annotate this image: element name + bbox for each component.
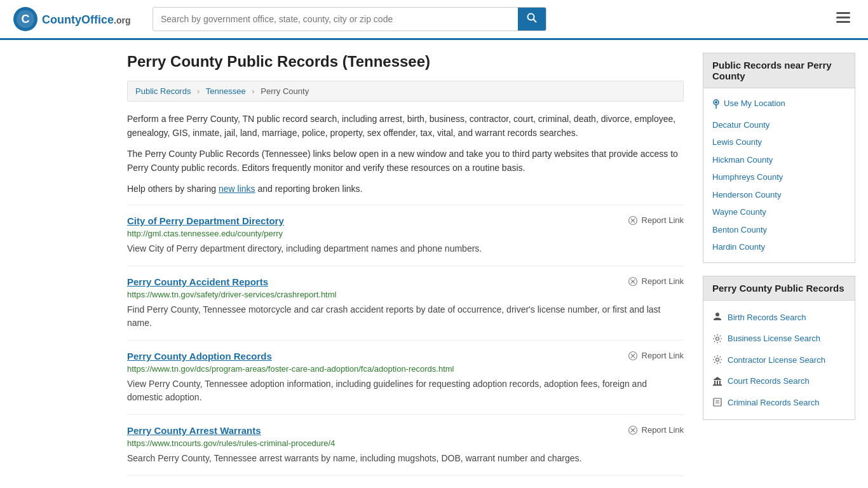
site-header: C CountyOffice.org	[0, 0, 868, 40]
svg-text:C: C	[22, 13, 30, 25]
use-my-location-link[interactable]: Use My Location	[712, 95, 846, 112]
logo-text: CountyOffice.org	[42, 12, 130, 27]
breadcrumb-sep-2: ›	[252, 86, 254, 96]
svg-point-23	[716, 337, 719, 340]
page-description: Perform a free Perry County, TN public r…	[127, 112, 684, 196]
record-header: Perry County Arrest Warrants Report Link	[127, 425, 684, 436]
svg-point-21	[715, 101, 717, 104]
search-input[interactable]	[153, 9, 518, 29]
perry-record-link[interactable]: Court Records Search	[728, 372, 810, 390]
nearby-county-link[interactable]: Hickman County	[712, 151, 846, 169]
description-para-2: The Perry County Public Records (Tenness…	[127, 147, 684, 175]
nearby-county-link[interactable]: Hardin County	[712, 238, 846, 256]
svg-rect-6	[836, 17, 850, 18]
record-header: Perry County Adoption Records Report Lin…	[127, 351, 684, 362]
perry-record-link[interactable]: Business License Search	[728, 330, 820, 348]
description-para-3: Help others by sharing new links and rep…	[127, 182, 684, 196]
breadcrumb: Public Records › Tennessee › Perry Count…	[127, 81, 684, 102]
svg-rect-25	[713, 384, 722, 386]
svg-rect-30	[714, 398, 721, 406]
svg-rect-7	[836, 21, 850, 23]
svg-point-24	[716, 358, 719, 362]
record-url[interactable]: https://www.tn.gov/safety/driver-service…	[127, 290, 684, 299]
perry-record-item: Birth Records Search	[712, 307, 846, 329]
logo-icon: C	[13, 6, 38, 32]
record-url[interactable]: https://www.tn.gov/dcs/program-areas/fos…	[127, 364, 684, 374]
report-link-button[interactable]: Report Link	[628, 215, 684, 226]
menu-button[interactable]	[831, 8, 855, 30]
nearby-county-link[interactable]: Humphreys County	[712, 168, 846, 186]
breadcrumb-link-tennessee[interactable]: Tennessee	[206, 86, 246, 96]
nearby-county-link[interactable]: Henderson County	[712, 186, 846, 204]
record-description: View City of Perry department directory,…	[127, 242, 684, 255]
logo-area: C CountyOffice.org	[13, 6, 140, 32]
sidebar: Public Records near Perry County Use My …	[703, 53, 855, 476]
perry-record-item: Contractor License Search	[712, 349, 846, 371]
search-bar	[153, 7, 546, 31]
record-title[interactable]: Perry County Accident Reports	[127, 276, 268, 287]
content-area: Perry County Public Records (Tennessee) …	[127, 53, 684, 476]
svg-rect-27	[717, 381, 718, 384]
description-para-1: Perform a free Perry County, TN public r…	[127, 112, 684, 140]
search-button[interactable]	[518, 8, 546, 30]
report-link-button[interactable]: Report Link	[628, 276, 684, 287]
sidebar-nearby-section: Public Records near Perry County Use My …	[703, 53, 855, 263]
perry-record-link[interactable]: Contractor License Search	[728, 351, 825, 369]
sidebar-nearby-header: Public Records near Perry County	[703, 53, 855, 88]
svg-rect-5	[836, 12, 850, 14]
nearby-county-link[interactable]: Wayne County	[712, 203, 846, 221]
sidebar-perry-section: Perry County Public Records Birth Record…	[703, 276, 855, 421]
record-url[interactable]: https://www.tncourts.gov/rules/rules-cri…	[127, 438, 684, 448]
perry-record-item: Court Records Search	[712, 370, 846, 392]
record-description: Find Perry County, Tennessee motorcycle …	[127, 303, 684, 330]
sidebar-nearby-body: Use My Location Decatur CountyLewis Coun…	[703, 88, 855, 263]
record-description: Search Perry County, Tennessee arrest wa…	[127, 452, 684, 465]
nearby-county-link[interactable]: Benton County	[712, 221, 846, 239]
report-link-button[interactable]: Report Link	[628, 425, 684, 435]
record-header: Perry County Accident Reports Report Lin…	[127, 276, 684, 287]
breadcrumb-sep-1: ›	[197, 86, 200, 96]
record-item: Perry County Arrest Warrants Report Link…	[127, 415, 684, 476]
nearby-county-link[interactable]: Decatur County	[712, 116, 846, 134]
record-item: Perry County Accident Reports Report Lin…	[127, 266, 684, 341]
svg-rect-28	[719, 381, 721, 384]
sidebar-perry-header: Perry County Public Records	[703, 276, 855, 301]
records-list: City of Perry Department Directory Repor…	[127, 205, 684, 476]
page-title: Perry County Public Records (Tennessee)	[127, 53, 684, 71]
breadcrumb-current: Perry County	[261, 86, 309, 96]
perry-record-link[interactable]: Birth Records Search	[728, 309, 806, 327]
svg-marker-29	[713, 377, 722, 380]
nearby-counties-list: Decatur CountyLewis CountyHickman County…	[712, 116, 846, 256]
record-header: City of Perry Department Directory Repor…	[127, 215, 684, 226]
svg-line-4	[534, 20, 537, 23]
report-link-button[interactable]: Report Link	[628, 351, 684, 361]
record-title[interactable]: Perry County Adoption Records	[127, 351, 272, 362]
breadcrumb-link-public-records[interactable]: Public Records	[135, 86, 191, 96]
record-title[interactable]: City of Perry Department Directory	[127, 215, 284, 226]
perry-record-item: Business License Search	[712, 328, 846, 349]
record-url[interactable]: http://gml.ctas.tennessee.edu/county/per…	[127, 229, 684, 238]
new-links-link[interactable]: new links	[219, 184, 255, 194]
record-description: View Perry County, Tennessee adoption in…	[127, 377, 684, 404]
record-item: Perry County Adoption Records Report Lin…	[127, 341, 684, 415]
perry-record-link[interactable]: Criminal Records Search	[728, 394, 820, 412]
perry-records-list: Birth Records Search Business License Se…	[712, 307, 846, 414]
main-layout: Perry County Public Records (Tennessee) …	[0, 40, 868, 488]
perry-record-item: Criminal Records Search	[712, 392, 846, 414]
sidebar-perry-body: Birth Records Search Business License Se…	[703, 301, 855, 421]
record-item: City of Perry Department Directory Repor…	[127, 205, 684, 266]
nearby-county-link[interactable]: Lewis County	[712, 133, 846, 151]
svg-point-3	[528, 14, 534, 20]
svg-rect-26	[714, 381, 715, 384]
record-title[interactable]: Perry County Arrest Warrants	[127, 425, 261, 436]
